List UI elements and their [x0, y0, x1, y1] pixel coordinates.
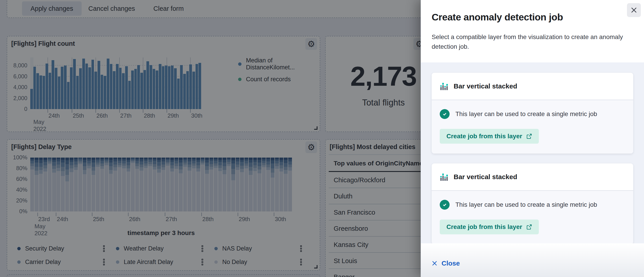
flyout-footer: Close	[421, 243, 644, 277]
create-anomaly-job-flyout: Create anomaly detection job Select a co…	[421, 0, 644, 277]
card-title: Bar vertical stacked	[454, 173, 517, 181]
close-icon[interactable]	[627, 3, 641, 17]
card-header: Bar vertical stacked	[432, 73, 633, 100]
bar-vertical-stacked-icon	[440, 172, 449, 181]
layer-card-1: Bar vertical stacked This layer can be u…	[432, 73, 633, 154]
card-header: Bar vertical stacked	[432, 163, 633, 191]
card-body: This layer can be used to create a singl…	[432, 100, 633, 154]
flyout-body: Bar vertical stacked This layer can be u…	[421, 62, 644, 243]
close-icon	[432, 260, 438, 266]
flyout-header: Create anomaly detection job Select a co…	[421, 0, 644, 52]
create-job-button[interactable]: Create job from this layer	[440, 219, 539, 234]
kibana-screen: Apply changes Cancel changes Clear form …	[0, 0, 644, 277]
bar-vertical-stacked-icon	[440, 82, 449, 91]
external-link-icon	[526, 224, 532, 230]
card-title: Bar vertical stacked	[454, 82, 517, 90]
layer-status-text: This layer can be used to create a singl…	[456, 201, 597, 208]
layer-status-text: This layer can be used to create a singl…	[456, 110, 597, 118]
card-body: This layer can be used to create a singl…	[432, 191, 633, 243]
create-job-button[interactable]: Create job from this layer	[440, 129, 539, 144]
check-circle-icon	[440, 109, 450, 119]
close-flyout-link[interactable]: Close	[432, 259, 460, 267]
external-link-icon	[526, 133, 532, 139]
flyout-title: Create anomaly detection job	[432, 12, 633, 23]
check-circle-icon	[440, 200, 450, 210]
layer-card-2: Bar vertical stacked This layer can be u…	[432, 163, 633, 243]
flyout-description: Select a compatible layer from the visua…	[432, 32, 633, 52]
